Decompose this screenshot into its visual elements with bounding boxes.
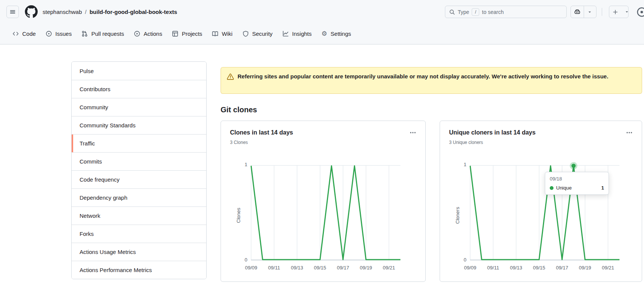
y-tick-0: 0	[454, 257, 466, 263]
selected-accent-bar	[72, 98, 73, 116]
tab-settings[interactable]: ⚙Settings	[317, 28, 356, 40]
sidebar-item-label: Commits	[80, 158, 102, 165]
sidebar-item-actions-performance-metrics[interactable]: Actions Performance Metrics	[72, 261, 206, 279]
tab-label: Code	[22, 31, 36, 37]
y-axis-label: Clones	[236, 193, 241, 238]
unique-cloners-card: Unique cloners in last 14 days 3 Unique …	[440, 121, 642, 282]
x-tick-label: 09/09	[240, 265, 262, 271]
sidebar-item-actions-usage-metrics[interactable]: Actions Usage Metrics	[72, 243, 206, 261]
tooltip-series-name: Unique	[556, 185, 572, 191]
actions-icon	[134, 31, 140, 37]
copilot-button[interactable]	[570, 6, 596, 18]
sidebar-item-label: Actions Usage Metrics	[80, 249, 136, 255]
sidebar-item-pulse[interactable]: Pulse	[72, 62, 206, 80]
tab-label: Security	[252, 31, 273, 37]
alert-icon	[227, 73, 234, 80]
header-divider	[602, 8, 602, 16]
insights-sidebar: PulseContributorsCommunityCommunity Stan…	[71, 61, 207, 279]
issue-opened-icon-clipped[interactable]	[636, 7, 644, 17]
tab-insights[interactable]: Insights	[278, 28, 317, 40]
github-logo[interactable]	[25, 5, 38, 18]
tab-actions[interactable]: Actions	[129, 28, 167, 40]
breadcrumb-repo-link[interactable]: build-for-good-global-book-texts	[89, 9, 177, 15]
circle-dot-icon	[636, 7, 644, 17]
slash-key-hint: /	[472, 8, 479, 16]
sidebar-item-traffic[interactable]: Traffic	[72, 134, 206, 152]
sidebar-item-contributors[interactable]: Contributors	[72, 80, 206, 98]
sidebar-item-label: Forks	[80, 231, 94, 237]
code-icon	[12, 31, 19, 37]
app-header: stephanschwab / build-for-good-global-bo…	[0, 0, 644, 23]
pull-request-icon	[81, 31, 88, 37]
sidebar-item-code-frequency[interactable]: Code frequency	[72, 170, 206, 188]
tab-wiki[interactable]: Wiki	[207, 28, 237, 40]
kebab-icon	[626, 129, 633, 136]
search-placeholder-suffix: to search	[482, 9, 504, 15]
selected-accent-bar	[72, 207, 73, 225]
tooltip-series-dot	[550, 186, 554, 190]
sidebar-item-community-standards[interactable]: Community Standards	[72, 116, 206, 134]
sidebar-item-network[interactable]: Network	[72, 206, 206, 225]
sidebar-item-label: Dependency graph	[80, 194, 127, 201]
x-tick-label: 09/13	[286, 265, 308, 271]
plus-half[interactable]	[609, 6, 621, 18]
tab-code[interactable]: Code	[8, 28, 41, 40]
sidebar-item-label: Contributors	[80, 86, 110, 92]
sidebar-item-community[interactable]: Community	[72, 98, 206, 116]
selected-accent-bar	[72, 189, 73, 206]
copilot-dropdown-half[interactable]	[584, 6, 595, 18]
selected-accent-bar	[72, 135, 73, 152]
tab-security[interactable]: Security	[238, 28, 278, 40]
tooltip-date: 09/18	[550, 176, 604, 182]
create-new-button[interactable]	[609, 6, 629, 18]
selected-accent-bar	[72, 116, 73, 134]
copilot-icon-half[interactable]	[571, 6, 584, 18]
breadcrumb: stephanschwab / build-for-good-global-bo…	[43, 0, 177, 23]
selected-accent-bar	[72, 225, 73, 243]
sidebar-item-label: Traffic	[80, 140, 95, 147]
unique-cloners-chart-plot[interactable]: 09/18 Unique 1	[470, 165, 619, 260]
tab-label: Issues	[55, 31, 72, 37]
tab-issues[interactable]: Issues	[41, 28, 77, 40]
chevron-down-icon	[587, 9, 592, 15]
hamburger-menu-button[interactable]	[6, 6, 19, 18]
github-repo-traffic-page: stephanschwab / build-for-good-global-bo…	[0, 0, 644, 286]
x-tick-label: 09/11	[482, 265, 504, 271]
sidebar-item-commits[interactable]: Commits	[72, 152, 206, 170]
selected-accent-bar	[72, 171, 73, 188]
global-search-input[interactable]: Type / to search	[445, 6, 567, 18]
unique-cloners-card-summary: 3 Unique cloners	[449, 140, 483, 145]
clones-card-summary: 3 Clones	[230, 140, 248, 145]
x-tick-label: 09/21	[378, 265, 400, 271]
git-clones-heading: Git clones	[221, 106, 257, 114]
repo-nav-tabs: CodeIssuesPull requestsActionsProjectsWi…	[0, 23, 644, 44]
x-tick-label: 09/15	[528, 265, 550, 271]
x-tick-label: 09/19	[355, 265, 377, 271]
breadcrumb-separator: /	[85, 9, 86, 15]
x-tick-label: 09/15	[309, 265, 331, 271]
tab-projects[interactable]: Projects	[167, 28, 207, 40]
search-placeholder-prefix: Type	[458, 9, 469, 15]
x-tick-label: 09/11	[263, 265, 285, 271]
clones-chart-plot[interactable]	[251, 165, 400, 260]
sidebar-item-label: Network	[80, 213, 100, 219]
breadcrumb-owner-link[interactable]: stephanschwab	[43, 9, 82, 15]
sidebar-item-dependency-graph[interactable]: Dependency graph	[72, 188, 206, 206]
sidebar-item-label: Pulse	[80, 68, 94, 74]
tab-pull-requests[interactable]: Pull requests	[77, 28, 129, 40]
clones-card: Clones in last 14 days 3 Clones 1 0 Clon…	[221, 121, 426, 282]
x-tick-label: 09/17	[551, 265, 573, 271]
wiki-icon	[212, 31, 218, 37]
selected-accent-bar	[72, 243, 73, 261]
chart-tooltip: 09/18 Unique 1	[545, 172, 609, 195]
unique-cloners-card-title: Unique cloners in last 14 days	[449, 129, 535, 136]
unique-cloners-card-menu-button[interactable]	[624, 128, 634, 137]
sidebar-item-label: Code frequency	[80, 176, 120, 183]
sidebar-item-forks[interactable]: Forks	[72, 225, 206, 243]
x-tick-label: 09/19	[574, 265, 596, 271]
selected-accent-bar	[72, 153, 73, 170]
clones-card-menu-button[interactable]	[408, 128, 418, 137]
tab-label: Actions	[144, 31, 162, 37]
plus-dropdown-half[interactable]	[621, 6, 632, 18]
copilot-icon	[574, 9, 581, 15]
